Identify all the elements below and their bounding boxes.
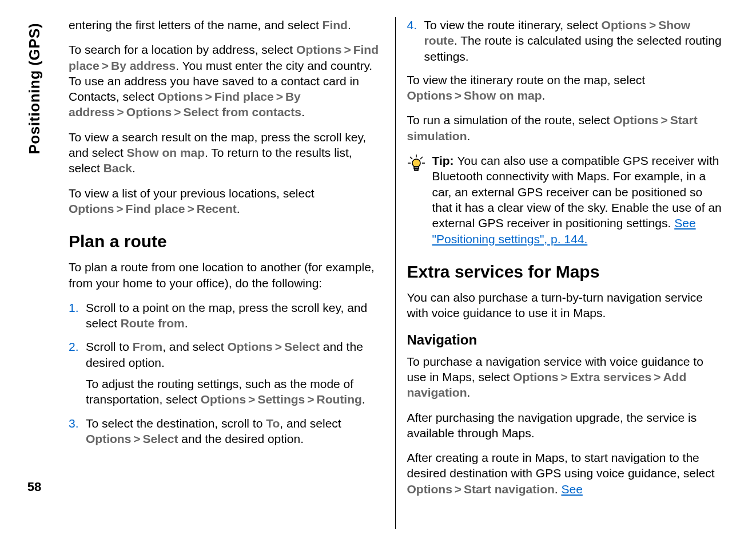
svg-line-1 [410,157,412,159]
tip-content: Tip: You can also use a compatible GPS r… [432,153,722,247]
section-label: Positioning (GPS) [26,23,43,155]
ui-find-place: Find place [214,90,274,103]
page-number: 58 [27,480,41,494]
ui-find: Find [323,18,348,31]
ui-select: Select [143,432,178,445]
ui-options: Options [407,89,452,102]
chevron-icon: > [558,370,570,383]
paragraph-extra-intro: You can also purchase a turn-by-turn nav… [407,290,722,321]
heading-navigation: Navigation [407,331,722,349]
svg-rect-7 [415,169,418,171]
document-page: Positioning (GPS) 58 entering the first … [0,0,756,546]
chevron-icon: > [203,90,214,103]
ui-route-from: Route from [121,316,185,330]
paragraph-previous-locations: To view a list of your previous location… [69,185,384,217]
chevron-icon: > [131,432,142,445]
chevron-icon: > [659,113,670,126]
ui-recent: Recent [197,202,237,215]
paragraph-find: entering the first letters of the name, … [69,17,384,33]
ui-show-on-map: Show on map [127,146,205,159]
ui-to: To [266,417,280,430]
paragraph-view-itinerary: To view the itinerary route on the map, … [407,72,722,104]
heading-plan-route: Plan a route [69,230,384,252]
ui-options: Options [227,340,272,353]
svg-point-5 [412,159,420,167]
chevron-icon: > [185,202,196,215]
chevron-icon: > [305,393,316,406]
lightbulb-icon [407,154,425,172]
ui-options: Options [126,105,172,118]
link-see[interactable]: See [561,482,582,496]
paragraph-view-result: To view a search result on the map, pres… [69,129,384,176]
ui-options: Options [407,482,452,496]
left-column: entering the first letters of the name, … [57,17,396,529]
ui-from: From [133,340,163,353]
ui-options: Options [296,43,341,56]
chevron-icon: > [341,43,353,56]
ui-options: Options [613,113,658,126]
ui-settings: Settings [257,393,305,406]
ui-options: Options [201,393,246,406]
chevron-icon: > [114,202,125,215]
tip-label: Tip: [432,154,457,167]
chevron-icon: > [647,18,658,31]
chevron-icon: > [273,340,284,353]
sidebar: Positioning (GPS) 58 [11,17,57,529]
chevron-icon: > [274,90,285,103]
paragraph-simulation: To run a simulation of the route, select… [407,112,722,144]
chevron-icon: > [452,89,464,102]
tip-block: Tip: You can also use a compatible GPS r… [407,153,722,247]
paragraph-plan-intro: To plan a route from one location to ano… [69,259,384,291]
chevron-icon: > [651,370,663,383]
paragraph-after-purchase: After purchasing the navigation upgrade,… [407,410,722,441]
ui-options: Options [157,90,202,103]
right-column: To view the route itinerary, select Opti… [396,17,734,529]
ui-extra-services: Extra services [570,370,651,383]
ui-select: Select [284,340,320,353]
step-4: To view the route itinerary, select Opti… [407,17,722,64]
chevron-icon: > [100,59,111,72]
ui-select-from-contacts: Select from contacts [183,105,301,118]
ui-routing: Routing [316,393,361,406]
chevron-icon: > [452,482,464,496]
plan-route-steps-continued: To view the route itinerary, select Opti… [407,17,722,64]
svg-line-2 [420,157,423,159]
ui-back: Back [104,161,132,175]
paragraph-start-navigation: After creating a route in Maps, to start… [407,450,722,497]
ui-by-address: By address [111,59,176,72]
ui-options: Options [86,432,131,445]
chevron-icon: > [172,105,183,118]
ui-find-place: Find place [126,202,185,215]
ui-options: Options [602,18,647,31]
step-2: Scroll to From, and select Options>Selec… [69,339,384,407]
ui-start-navigation: Start navigation [464,482,555,496]
chevron-icon: > [115,105,126,118]
content-area: entering the first letters of the name, … [57,17,733,529]
paragraph-purchase-nav: To purchase a navigation service with vo… [407,354,722,401]
step-1: Scroll to a point on the map, press the … [69,300,384,331]
ui-options: Options [69,202,114,215]
heading-extra-services: Extra services for Maps [407,260,722,283]
step-3: To select the destination, scroll to To,… [69,416,384,447]
ui-options: Options [513,370,558,383]
ui-show-on-map: Show on map [464,89,542,102]
plan-route-steps: Scroll to a point on the map, press the … [69,300,384,446]
paragraph-search-address: To search for a location by address, sel… [69,42,384,120]
chevron-icon: > [246,393,257,406]
